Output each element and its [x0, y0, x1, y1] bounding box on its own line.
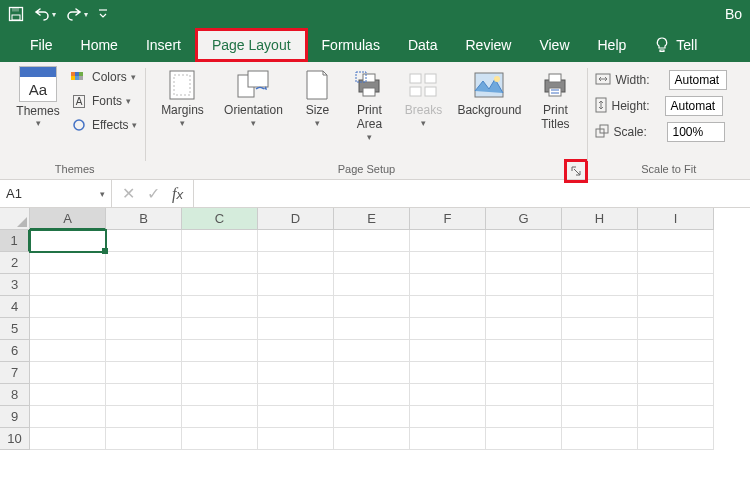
cell[interactable] — [182, 296, 258, 318]
height-input[interactable] — [665, 96, 723, 116]
row-header[interactable]: 6 — [0, 340, 30, 362]
cell[interactable] — [562, 340, 638, 362]
margins-button[interactable]: Margins ▾ — [153, 66, 211, 128]
orientation-button[interactable]: Orientation ▾ — [217, 66, 289, 128]
undo-button[interactable]: ▾ — [34, 7, 56, 21]
cell[interactable] — [562, 274, 638, 296]
cell[interactable] — [106, 274, 182, 296]
cell[interactable] — [106, 362, 182, 384]
breaks-button[interactable]: Breaks ▾ — [399, 66, 447, 128]
cell[interactable] — [410, 406, 486, 428]
cell[interactable] — [486, 340, 562, 362]
cell[interactable] — [638, 384, 714, 406]
tab-file[interactable]: File — [16, 28, 67, 62]
cell[interactable] — [106, 318, 182, 340]
column-header[interactable]: D — [258, 208, 334, 230]
cell[interactable] — [334, 362, 410, 384]
cell[interactable] — [638, 296, 714, 318]
cell[interactable] — [334, 230, 410, 252]
cell[interactable] — [182, 406, 258, 428]
cell[interactable] — [106, 252, 182, 274]
tab-formulas[interactable]: Formulas — [308, 28, 394, 62]
cell[interactable] — [638, 362, 714, 384]
qat-customize-button[interactable] — [98, 8, 108, 20]
cell[interactable] — [410, 362, 486, 384]
cell[interactable] — [410, 274, 486, 296]
cell[interactable] — [410, 296, 486, 318]
cell[interactable] — [486, 274, 562, 296]
tab-help[interactable]: Help — [584, 28, 641, 62]
print-titles-button[interactable]: Print Titles — [531, 66, 579, 132]
cell[interactable] — [258, 296, 334, 318]
column-header[interactable]: I — [638, 208, 714, 230]
cell[interactable] — [106, 406, 182, 428]
cell[interactable] — [258, 318, 334, 340]
cell[interactable] — [30, 274, 106, 296]
cell[interactable] — [334, 252, 410, 274]
cell[interactable] — [182, 318, 258, 340]
cell[interactable] — [638, 318, 714, 340]
column-header[interactable]: F — [410, 208, 486, 230]
tell-me[interactable]: Tell — [640, 28, 711, 62]
tab-home[interactable]: Home — [67, 28, 132, 62]
spreadsheet-grid[interactable]: ABCDEFGHI12345678910 — [0, 208, 750, 450]
cell[interactable] — [562, 318, 638, 340]
cancel-icon[interactable]: ✕ — [122, 184, 135, 203]
print-area-button[interactable]: Print Area ▾ — [345, 66, 393, 142]
row-header[interactable]: 2 — [0, 252, 30, 274]
cell[interactable] — [258, 230, 334, 252]
cell[interactable] — [334, 406, 410, 428]
tab-view[interactable]: View — [525, 28, 583, 62]
cell[interactable] — [486, 428, 562, 450]
tab-insert[interactable]: Insert — [132, 28, 195, 62]
cell[interactable] — [30, 318, 106, 340]
cell[interactable] — [182, 340, 258, 362]
cell[interactable] — [258, 428, 334, 450]
row-header[interactable]: 8 — [0, 384, 30, 406]
cell[interactable] — [106, 296, 182, 318]
cell[interactable] — [30, 362, 106, 384]
cell[interactable] — [30, 384, 106, 406]
cell[interactable] — [258, 406, 334, 428]
cell[interactable] — [182, 274, 258, 296]
row-header[interactable]: 9 — [0, 406, 30, 428]
row-header[interactable]: 10 — [0, 428, 30, 450]
cell[interactable] — [486, 252, 562, 274]
cell[interactable] — [106, 428, 182, 450]
cell[interactable] — [562, 384, 638, 406]
cell[interactable] — [410, 252, 486, 274]
cell[interactable] — [334, 274, 410, 296]
column-header[interactable]: B — [106, 208, 182, 230]
cell[interactable] — [638, 252, 714, 274]
cell[interactable] — [106, 384, 182, 406]
cell[interactable] — [106, 230, 182, 252]
cell[interactable] — [638, 406, 714, 428]
cell[interactable] — [182, 384, 258, 406]
cell[interactable] — [334, 384, 410, 406]
cell[interactable] — [638, 274, 714, 296]
cell[interactable] — [638, 230, 714, 252]
cell[interactable] — [410, 230, 486, 252]
cell[interactable] — [562, 230, 638, 252]
name-box[interactable]: A1 ▾ — [0, 180, 112, 207]
background-button[interactable]: Background — [453, 66, 525, 118]
cell[interactable] — [258, 384, 334, 406]
fx-icon[interactable]: fx — [172, 185, 183, 203]
cell[interactable] — [410, 318, 486, 340]
cell[interactable] — [30, 340, 106, 362]
redo-button[interactable]: ▾ — [66, 7, 88, 21]
cell[interactable] — [486, 406, 562, 428]
colors-button[interactable]: Colors ▾ — [70, 66, 137, 88]
cell[interactable] — [334, 428, 410, 450]
cell[interactable] — [486, 384, 562, 406]
cell[interactable] — [182, 362, 258, 384]
cell[interactable] — [638, 340, 714, 362]
cell[interactable] — [410, 340, 486, 362]
width-input[interactable] — [669, 70, 727, 90]
tab-data[interactable]: Data — [394, 28, 452, 62]
column-header[interactable]: A — [30, 208, 106, 230]
column-header[interactable]: G — [486, 208, 562, 230]
row-header[interactable]: 3 — [0, 274, 30, 296]
cell[interactable] — [334, 340, 410, 362]
cell[interactable] — [486, 230, 562, 252]
